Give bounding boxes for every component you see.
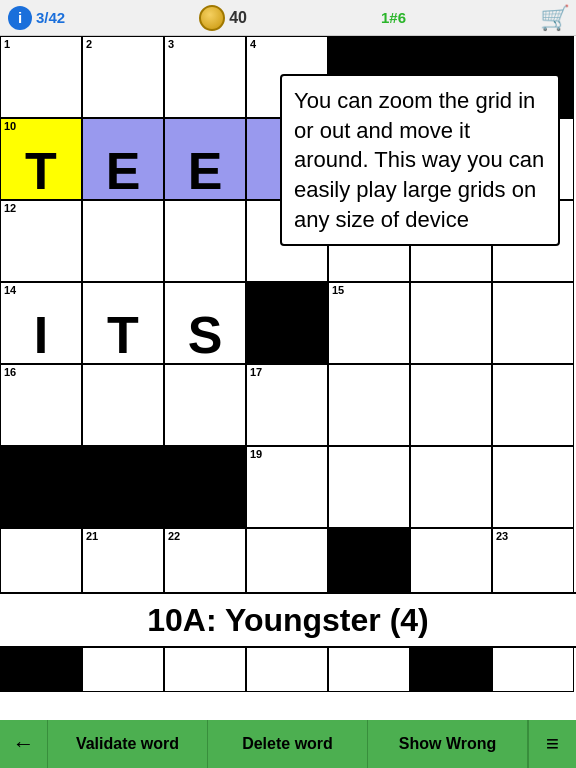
cell-1-3[interactable]: 3 <box>164 36 246 118</box>
cell-4-5[interactable]: 15 <box>328 282 410 364</box>
tooltip-box: You can zoom the grid in or out and move… <box>280 74 560 246</box>
cell-6-5[interactable] <box>328 446 410 528</box>
cell-4-7[interactable] <box>492 282 574 364</box>
cell-6-2 <box>82 446 164 528</box>
top-bar: i 3/42 40 1#6 🛒 <box>0 0 576 36</box>
cell-4-6[interactable] <box>410 282 492 364</box>
back-button[interactable]: ← <box>0 720 48 768</box>
puzzle-id: 1#6 <box>381 9 406 26</box>
cell-6-3 <box>164 446 246 528</box>
validate-button[interactable]: Validate word <box>48 720 208 768</box>
coin-area[interactable]: 40 <box>199 5 247 31</box>
cell-6-4[interactable]: 19 <box>246 446 328 528</box>
cell-5-6[interactable] <box>410 364 492 446</box>
cell-6-6[interactable] <box>410 446 492 528</box>
cell-5-5[interactable] <box>328 364 410 446</box>
show-wrong-button[interactable]: Show Wrong <box>368 720 528 768</box>
menu-button[interactable]: ≡ <box>528 720 576 768</box>
cart-icon[interactable]: 🛒 <box>540 4 568 32</box>
delete-button[interactable]: Delete word <box>208 720 368 768</box>
cell-5-2[interactable] <box>82 364 164 446</box>
bottom-toolbar: ← Validate word Delete word Show Wrong ≡ <box>0 720 576 768</box>
cell-4-1[interactable]: 14 I <box>0 282 82 364</box>
cell-5-1[interactable]: 16 <box>0 364 82 446</box>
cell-2-3[interactable]: E <box>164 118 246 200</box>
progress-text: 3/42 <box>36 9 65 26</box>
clue-bar: 10A: Youngster (4) <box>0 592 576 648</box>
info-icon[interactable]: i <box>8 6 32 30</box>
cell-5-4[interactable]: 17 <box>246 364 328 446</box>
cell-3-3[interactable] <box>164 200 246 282</box>
tooltip-text: You can zoom the grid in or out and move… <box>294 88 544 232</box>
cell-5-3[interactable] <box>164 364 246 446</box>
grid-container: 1 2 3 4 10 T E E 12 14 I <box>0 36 576 696</box>
cell-4-2[interactable]: T <box>82 282 164 364</box>
coin-icon <box>199 5 225 31</box>
clue-text: 10A: Youngster (4) <box>147 602 429 639</box>
cell-4-3[interactable]: S <box>164 282 246 364</box>
cell-3-2[interactable] <box>82 200 164 282</box>
cell-4-4 <box>246 282 328 364</box>
coin-count: 40 <box>229 9 247 27</box>
cell-3-1[interactable]: 12 <box>0 200 82 282</box>
cell-5-7[interactable] <box>492 364 574 446</box>
cell-1-2[interactable]: 2 <box>82 36 164 118</box>
cell-6-7[interactable] <box>492 446 574 528</box>
top-bar-left: i 3/42 <box>8 6 65 30</box>
cell-6-1 <box>0 446 82 528</box>
cell-1-1[interactable]: 1 <box>0 36 82 118</box>
cell-2-2[interactable]: E <box>82 118 164 200</box>
cell-2-1[interactable]: 10 T <box>0 118 82 200</box>
